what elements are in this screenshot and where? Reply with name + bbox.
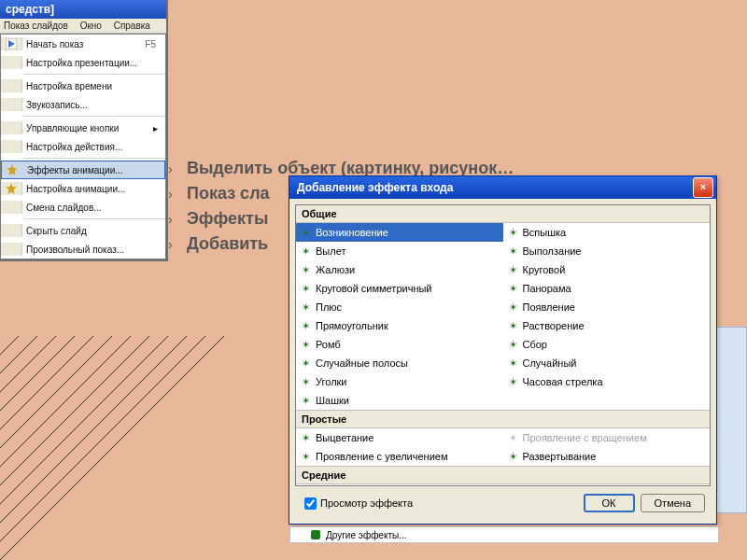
menubar: Показ слайдов Окно Справка [0, 19, 166, 34]
effect-star-icon: ✶ [302, 451, 310, 463]
effect-star-icon: ✶ [509, 451, 517, 463]
menu-item[interactable]: Звукозапись... [1, 95, 165, 114]
effect-star-icon: ✶ [509, 283, 517, 295]
menu-item-label: Скрыть слайд [26, 226, 162, 236]
other-effects-bar[interactable]: Другие эффекты... [289, 526, 719, 543]
menu-item[interactable]: Настройка анимации... [1, 179, 165, 198]
effect-label: Проявление с вращением [523, 432, 647, 443]
effect-label: Плюс [316, 301, 342, 313]
effect-item[interactable]: ✶Прямоугольник [296, 316, 503, 335]
effect-star-icon: ✶ [302, 264, 310, 276]
effect-item[interactable]: ✶Выцветание [296, 428, 503, 447]
effects-grid: ✶Возникновение✶Вспышка✶Вылет✶Выползание✶… [296, 223, 710, 410]
menu-item[interactable]: Произвольный показ... [1, 240, 165, 259]
dialog-titlebar: Добавление эффекта входа × [289, 176, 716, 199]
effect-star-icon: ✶ [509, 376, 517, 388]
effect-item[interactable]: ✶Случайный [503, 354, 711, 372]
dialog-body: Общие✶Возникновение✶Вспышка✶Вылет✶Выполз… [289, 199, 716, 524]
menu-item[interactable]: Настройка действия... [1, 137, 165, 156]
menubar-item-window[interactable]: Окно [80, 21, 102, 31]
bullet-text: Добавить [187, 234, 268, 254]
effect-star-icon: ✶ [302, 301, 310, 314]
menu-item-label: Настройка времени [26, 81, 162, 91]
diagonal-decoration [0, 336, 224, 560]
effect-label: Прямоугольник [316, 320, 388, 331]
effect-item[interactable]: ✶Вылет [296, 242, 503, 260]
effect-star-icon: ✶ [302, 357, 310, 370]
slideshow-menu-window: средств] Показ слайдов Окно Справка Нача… [0, 0, 168, 261]
preview-checkbox[interactable] [304, 497, 317, 510]
effect-label: Часовая стрелка [523, 376, 603, 387]
effect-item[interactable]: ✶Круговой симметричный [296, 279, 503, 298]
effect-item[interactable]: ✶Сбор [503, 335, 711, 354]
window-title: средств] [6, 3, 54, 16]
other-effects-label: Другие эффекты... [326, 530, 407, 540]
effect-item[interactable]: ✶Часовая стрелка [503, 372, 711, 391]
effect-item[interactable]: ✶Плюс [296, 298, 503, 316]
effect-item[interactable]: ✶Выползание [503, 242, 711, 260]
effect-star-icon: ✶ [302, 395, 310, 407]
menu-item[interactable]: Управляющие кнопки▸ [1, 119, 165, 137]
menu-separator [23, 218, 165, 219]
bullet-text: Эффекты [187, 209, 268, 229]
effect-item[interactable]: ✶Возникновение [296, 223, 503, 242]
effect-item[interactable]: ✶Случайные полосы [296, 354, 503, 372]
menu-item[interactable]: Начать показF5 [1, 35, 165, 53]
effect-label: Уголки [316, 376, 347, 387]
bullet-marker-icon: › [168, 187, 177, 202]
effect-star-icon: ✶ [509, 432, 517, 444]
menu-item[interactable]: Скрыть слайд [1, 221, 165, 240]
effect-label: Круговой [523, 264, 566, 275]
effect-item[interactable]: ✶Вспышка [503, 223, 711, 242]
effect-item[interactable]: ✶Панорама [503, 279, 711, 298]
svg-line-1 [0, 336, 224, 560]
menu-item-label: Управляющие кнопки [26, 123, 153, 133]
effect-item[interactable]: ✶Проявление с увеличением [296, 447, 503, 466]
blank-icon [1, 56, 22, 69]
effect-item[interactable]: ✶Уголки [296, 372, 503, 391]
effects-section-header: Простые [296, 410, 710, 428]
bullet-text: Показ сла [187, 184, 270, 203]
effect-item[interactable]: ✶Ромб [296, 335, 503, 354]
effect-label: Вылет [316, 245, 345, 257]
menu-item[interactable]: Настройка презентации... [1, 53, 165, 72]
menu-item-label: Смена слайдов... [26, 203, 162, 213]
blank-icon [1, 121, 22, 134]
menu-item-label: Эффекты анимации... [27, 165, 162, 175]
menubar-item-slideshow[interactable]: Показ слайдов [4, 21, 68, 31]
effect-item[interactable]: ✶Растворение [503, 316, 711, 335]
effect-label: Развертывание [523, 451, 597, 462]
effect-label: Возникновение [316, 227, 388, 238]
menubar-item-help[interactable]: Справка [114, 21, 150, 31]
effect-item[interactable]: ✶Появление [503, 298, 711, 316]
menu-item-label: Настройка презентации... [26, 58, 162, 68]
add-entrance-effect-dialog: Добавление эффекта входа × Общие✶Возникн… [289, 175, 717, 525]
effect-star-icon: ✶ [302, 376, 310, 388]
effects-list: Общие✶Возникновение✶Вспышка✶Вылет✶Выполз… [295, 204, 711, 486]
blank-icon [1, 98, 22, 111]
bullet-marker-icon: › [168, 212, 177, 227]
effect-label: Появление [523, 301, 575, 313]
svg-line-5 [0, 336, 149, 541]
effect-label: Шашки [316, 395, 349, 406]
ok-button[interactable]: ОК [584, 494, 635, 512]
effect-label: Жалюзи [316, 264, 355, 275]
preview-checkbox-text: Просмотр эффекта [320, 497, 413, 509]
effect-star-icon: ✶ [302, 227, 310, 239]
effect-label: Сбор [523, 339, 547, 350]
menu-item[interactable]: Эффекты анимации... [1, 161, 165, 179]
effect-label: Вспышка [523, 227, 567, 238]
effect-item[interactable]: ✶Шашки [296, 391, 503, 410]
preview-checkbox-label[interactable]: Просмотр эффекта [301, 495, 578, 512]
menu-item[interactable]: Настройка времени [1, 77, 165, 95]
close-button[interactable]: × [693, 177, 713, 198]
effect-item[interactable]: ✶Развертывание [503, 447, 711, 466]
effect-item[interactable]: ✶Жалюзи [296, 260, 503, 279]
effect-item[interactable]: ✶Круговой [503, 260, 711, 279]
cancel-button[interactable]: Отмена [641, 494, 705, 512]
svg-line-11 [0, 336, 37, 429]
effects-section-header: Средние [296, 466, 710, 484]
effect-star-icon: ✶ [509, 227, 517, 239]
star-icon [2, 163, 23, 176]
menu-item[interactable]: Смена слайдов... [1, 198, 165, 217]
